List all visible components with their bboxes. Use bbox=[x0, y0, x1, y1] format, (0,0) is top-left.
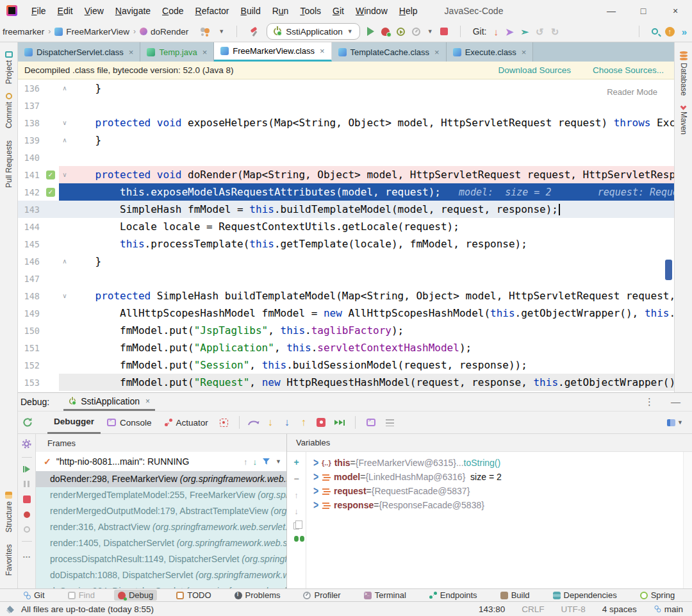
expand-chevron-icon[interactable]: > bbox=[311, 499, 320, 512]
step-over-icon[interactable] bbox=[245, 417, 262, 428]
run-to-cursor-icon[interactable] bbox=[317, 418, 325, 427]
fold-marker-icon[interactable]: ∨ bbox=[59, 171, 70, 178]
stop-button[interactable] bbox=[440, 28, 448, 35]
debug-tab-actuator[interactable]: Actuator bbox=[158, 411, 215, 434]
close-icon[interactable]: × bbox=[320, 46, 325, 56]
variable-row-response[interactable]: >response = {ResponseFacade@5838} bbox=[306, 498, 683, 512]
stripe-item-pull-requests[interactable]: Pull Requests bbox=[4, 138, 13, 188]
show-watches-icon[interactable] bbox=[294, 536, 299, 542]
stripe-item-favorites[interactable]: Favorites bbox=[4, 542, 13, 576]
line-check-icon[interactable]: ✓ bbox=[46, 171, 55, 179]
tab-temp-java[interactable]: Temp.java× bbox=[140, 42, 214, 62]
profiler-button[interactable] bbox=[412, 28, 420, 36]
force-step-into-icon[interactable]: ↓ bbox=[279, 417, 295, 428]
filter-funnel-icon[interactable] bbox=[262, 458, 270, 466]
menu-tools[interactable]: Tools bbox=[295, 4, 326, 18]
move-down-icon[interactable]: ↓ bbox=[294, 506, 299, 516]
menu-help[interactable]: Help bbox=[394, 4, 423, 18]
link-choose-sources-[interactable]: Choose Sources... bbox=[593, 65, 664, 75]
step-into-icon[interactable]: ↓ bbox=[262, 417, 279, 428]
push-icon[interactable]: ➤ bbox=[506, 28, 514, 36]
fold-marker-icon[interactable]: ∧ bbox=[59, 137, 70, 144]
coverage-button[interactable] bbox=[397, 28, 405, 36]
variable-row-this[interactable]: >{..}this = {FreeMarkerView@6315} ... to… bbox=[306, 456, 683, 470]
search-icon[interactable] bbox=[652, 28, 658, 35]
frame-row[interactable]: renderMergedOutputModel:179, AbstractTem… bbox=[36, 503, 286, 519]
expand-chevron-icon[interactable]: > bbox=[311, 470, 320, 484]
add-watch-icon[interactable]: + bbox=[293, 457, 299, 467]
git-branch[interactable]: main bbox=[654, 604, 683, 614]
line-ending[interactable]: CRLF bbox=[522, 604, 544, 614]
remove-watch-icon[interactable]: − bbox=[293, 474, 299, 484]
tab-dispatcherservlet-class[interactable]: DispatcherServlet.class× bbox=[18, 42, 140, 62]
link-download-sources[interactable]: Download Sources bbox=[498, 65, 571, 75]
stripe-item-project[interactable]: Project bbox=[4, 51, 13, 84]
variable-row-request[interactable]: >request = {RequestFacade@5837} bbox=[306, 484, 683, 498]
close-icon[interactable]: × bbox=[522, 47, 527, 57]
restore-layout-button[interactable]: ▼ bbox=[667, 419, 683, 426]
code-with-me-icon[interactable]: » bbox=[682, 26, 686, 37]
stripe-item-commit[interactable]: Commit bbox=[4, 93, 13, 128]
menu-run[interactable]: Run bbox=[267, 4, 294, 18]
tool-button-todo[interactable]: TODO bbox=[172, 590, 215, 601]
debug-button[interactable] bbox=[381, 28, 390, 36]
tool-button-dependencies[interactable]: Dependencies bbox=[549, 590, 621, 601]
frame-row[interactable]: renderMergedTemplateModel:255, FreeMarke… bbox=[36, 487, 286, 503]
debug-tab-debugger[interactable]: Debugger bbox=[47, 411, 101, 434]
tool-button-debug[interactable]: Debug bbox=[114, 590, 157, 601]
minimize-button[interactable]: — bbox=[605, 6, 618, 16]
move-up-icon[interactable]: ↑ bbox=[294, 490, 299, 500]
tool-button-profiler[interactable]: Profiler bbox=[299, 590, 344, 601]
indent-setting[interactable]: 4 spaces bbox=[602, 604, 637, 614]
menu-code[interactable]: Code bbox=[157, 4, 188, 18]
tool-button-git[interactable]: Git bbox=[19, 590, 49, 601]
run-button[interactable] bbox=[367, 27, 374, 36]
breadcrumb-item-freemarkerview[interactable]: FreeMarkerView bbox=[54, 27, 129, 37]
fold-marker-icon[interactable]: ∨ bbox=[59, 292, 70, 299]
fold-marker-icon[interactable]: ∨ bbox=[59, 119, 70, 126]
tool-button-find[interactable]: Find bbox=[64, 590, 99, 601]
breadcrumb-item-freemarker[interactable]: freemarker bbox=[3, 27, 44, 37]
close-icon[interactable]: × bbox=[129, 47, 134, 57]
run-config-selector[interactable]: SstiApplication ▼ bbox=[267, 23, 359, 40]
stripe-item-database[interactable]: Database bbox=[679, 51, 688, 96]
layout-settings-icon[interactable] bbox=[386, 419, 394, 426]
tool-button-endpoints[interactable]: Endpoints bbox=[425, 590, 481, 601]
menu-navigate[interactable]: Navigate bbox=[110, 4, 156, 18]
frame-row[interactable]: doRender:298, FreeMarkerView (org.spring… bbox=[36, 471, 286, 487]
tab-execute-class[interactable]: Execute.class× bbox=[447, 42, 534, 62]
update-available-icon[interactable]: ↑ bbox=[665, 27, 675, 37]
commit-arrow-icon[interactable]: ➣ bbox=[521, 28, 529, 36]
code-editor[interactable]: Reader Mode 136∧ }137138∨ protected void… bbox=[18, 79, 674, 392]
frame-row[interactable]: render:316, AbstractView (org.springfram… bbox=[36, 519, 286, 535]
frame-row[interactable]: render:1405, DispatcherServlet (org.spri… bbox=[36, 535, 286, 551]
evaluate-expression-icon[interactable] bbox=[367, 419, 375, 426]
frame-row[interactable]: processDispatchResult:1149, DispatcherSe… bbox=[36, 551, 286, 567]
kebab-menu-icon[interactable]: ⋮ bbox=[645, 396, 654, 408]
menu-window[interactable]: Window bbox=[350, 4, 393, 18]
frame-row[interactable]: doDispatch:1088, DispatcherServlet (org.… bbox=[36, 567, 286, 583]
history-icon[interactable]: ↺ bbox=[536, 28, 544, 36]
scrollbar-thumb[interactable] bbox=[665, 260, 672, 280]
next-frame-icon[interactable]: ↓ bbox=[253, 457, 258, 467]
view-breakpoints-icon[interactable] bbox=[24, 512, 30, 518]
mute-breakpoints-toggle-icon[interactable] bbox=[24, 526, 30, 533]
reader-mode-button[interactable]: Reader Mode bbox=[607, 87, 657, 97]
caret-position[interactable]: 143:80 bbox=[479, 604, 505, 614]
close-icon[interactable]: × bbox=[202, 47, 208, 57]
debug-tab-console[interactable]: Console bbox=[101, 411, 158, 434]
chevron-down-icon[interactable]: ▼ bbox=[276, 458, 281, 465]
step-out-icon[interactable]: ↑ bbox=[295, 417, 312, 428]
file-encoding[interactable]: UTF-8 bbox=[561, 604, 585, 614]
menu-file[interactable]: File bbox=[26, 4, 51, 18]
skip-to-breakpoint-icon[interactable] bbox=[334, 420, 345, 426]
profiler-chevron-down-icon[interactable]: ▼ bbox=[427, 28, 433, 35]
mute-breakpoints-icon[interactable] bbox=[220, 419, 228, 427]
variable-row-model[interactable]: >model = {LinkedHashMap@6316} size = 2 bbox=[306, 470, 683, 484]
thread-selector[interactable]: ✓ "http-nio-8081...main": RUNNING ↑ ↓ ▼ bbox=[36, 452, 286, 471]
hide-panel-icon[interactable]: — bbox=[671, 396, 680, 408]
tostring-link[interactable]: toString() bbox=[464, 458, 501, 468]
close-icon[interactable]: × bbox=[145, 397, 150, 406]
users-chevron-down-icon[interactable]: ▼ bbox=[218, 28, 224, 35]
tool-button-terminal[interactable]: Terminal bbox=[360, 590, 410, 601]
